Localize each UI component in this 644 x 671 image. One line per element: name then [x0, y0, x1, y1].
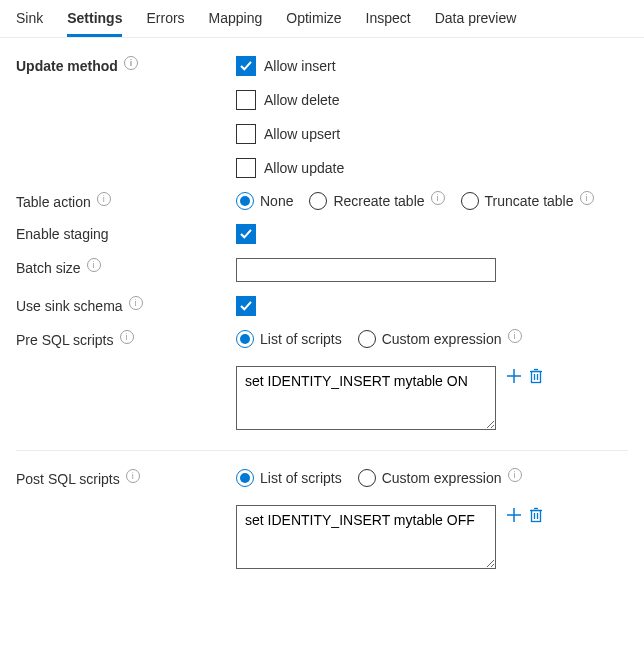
tab-inspect[interactable]: Inspect: [366, 0, 411, 37]
label-batch-size: Batch size i: [16, 258, 236, 276]
radio-pre-sql-list[interactable]: List of scripts: [236, 330, 342, 348]
info-icon[interactable]: i: [126, 469, 140, 483]
tab-bar: Sink Settings Errors Mapping Optimize In…: [0, 0, 644, 38]
batch-size-input[interactable]: [236, 258, 496, 282]
add-icon[interactable]: [506, 507, 522, 523]
settings-form: Update method i Allow insert Allow delet…: [0, 38, 644, 601]
info-icon[interactable]: i: [97, 192, 111, 206]
add-icon[interactable]: [506, 368, 522, 384]
radio-pre-sql-custom[interactable]: Custom expression i: [358, 330, 522, 348]
tab-settings[interactable]: Settings: [67, 0, 122, 37]
delete-icon[interactable]: [528, 368, 544, 384]
label-allow-upsert: Allow upsert: [264, 126, 340, 142]
radio-post-sql-custom[interactable]: Custom expression i: [358, 469, 522, 487]
label-allow-delete: Allow delete: [264, 92, 340, 108]
radio-table-action-none[interactable]: None: [236, 192, 293, 210]
info-icon[interactable]: i: [120, 330, 134, 344]
label-pre-sql: Pre SQL scripts i: [16, 330, 236, 348]
label-update-method: Update method i: [16, 56, 236, 74]
checkbox-allow-update[interactable]: [236, 158, 256, 178]
tab-sink[interactable]: Sink: [16, 0, 43, 37]
post-sql-script-input[interactable]: [236, 505, 496, 569]
pre-sql-script-input[interactable]: [236, 366, 496, 430]
info-icon[interactable]: i: [508, 468, 522, 482]
tab-errors[interactable]: Errors: [146, 0, 184, 37]
label-use-sink-schema: Use sink schema i: [16, 296, 236, 314]
radio-table-action-recreate[interactable]: Recreate table i: [309, 192, 444, 210]
tab-optimize[interactable]: Optimize: [286, 0, 341, 37]
info-icon[interactable]: i: [508, 329, 522, 343]
info-icon[interactable]: i: [129, 296, 143, 310]
checkbox-allow-insert[interactable]: [236, 56, 256, 76]
info-icon[interactable]: i: [87, 258, 101, 272]
section-divider: [16, 450, 628, 451]
label-enable-staging: Enable staging: [16, 224, 236, 242]
label-allow-update: Allow update: [264, 160, 344, 176]
info-icon[interactable]: i: [431, 191, 445, 205]
radio-post-sql-list[interactable]: List of scripts: [236, 469, 342, 487]
svg-rect-9: [532, 511, 541, 522]
label-post-sql: Post SQL scripts i: [16, 469, 236, 487]
label-allow-insert: Allow insert: [264, 58, 336, 74]
svg-rect-2: [532, 372, 541, 383]
radio-table-action-truncate[interactable]: Truncate table i: [461, 192, 594, 210]
label-table-action: Table action i: [16, 192, 236, 210]
info-icon[interactable]: i: [580, 191, 594, 205]
checkbox-allow-upsert[interactable]: [236, 124, 256, 144]
checkbox-allow-delete[interactable]: [236, 90, 256, 110]
info-icon[interactable]: i: [124, 56, 138, 70]
checkbox-use-sink-schema[interactable]: [236, 296, 256, 316]
tab-mapping[interactable]: Mapping: [209, 0, 263, 37]
delete-icon[interactable]: [528, 507, 544, 523]
tab-data-preview[interactable]: Data preview: [435, 0, 517, 37]
checkbox-enable-staging[interactable]: [236, 224, 256, 244]
